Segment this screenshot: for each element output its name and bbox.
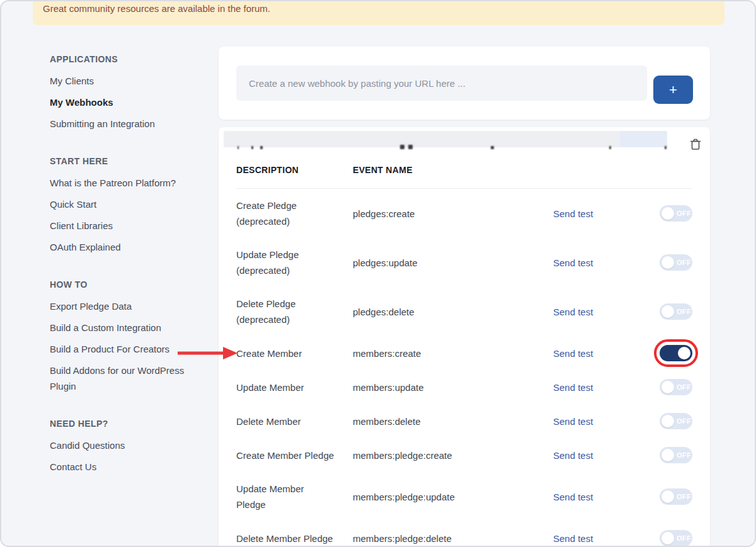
send-test-link[interactable]: Send test [553, 416, 593, 427]
redaction-fragment [408, 145, 413, 149]
sidebar-item-client-libraries[interactable]: Client Libraries [50, 218, 199, 234]
webhook-table-card: DESCRIPTION EVENT NAME Create Pledge (de… [219, 127, 710, 547]
event-toggle[interactable]: OFF [660, 345, 692, 361]
sidebar-item-build-custom-integration[interactable]: Build a Custom Integration [50, 320, 199, 336]
event-toggle[interactable]: OFF [660, 488, 692, 505]
event-description: Delete Pledge (deprecated) [236, 296, 353, 327]
sidebar-item-my-clients[interactable]: My Clients [50, 73, 199, 89]
sidebar-item-submitting-integration[interactable]: Submitting an Integration [50, 116, 199, 132]
sidebar-section-applications: APPLICATIONS My Clients My Webhooks Subm… [50, 52, 199, 132]
toggle-state-label: OFF [677, 259, 691, 266]
page-frame: Great community resources are available … [0, 0, 756, 547]
sidebar-item-my-webhooks[interactable]: My Webhooks [50, 94, 199, 110]
event-name: members:update [353, 380, 553, 395]
event-description: Create Pledge (deprecated) [236, 198, 353, 229]
event-description: Delete Member Pledge [236, 531, 353, 546]
table-row-pledges-update: Update Pledge (deprecated) pledges:updat… [236, 238, 692, 287]
community-banner: Great community resources are available … [33, 0, 724, 25]
table-row-members-delete: Delete Member members:delete Send test O… [236, 404, 692, 438]
toggle-knob [662, 449, 674, 461]
toggle-knob [678, 347, 690, 359]
event-toggle[interactable]: OFF [660, 254, 692, 271]
event-toggle[interactable]: OFF [660, 447, 692, 463]
event-toggle[interactable]: OFF [660, 530, 692, 546]
sidebar-item-candid-questions[interactable]: Candid Questions [50, 437, 199, 453]
toggle-knob [662, 256, 674, 269]
send-test-link[interactable]: Send test [553, 492, 593, 502]
redaction-fragment [665, 146, 667, 149]
webhook-events-table: DESCRIPTION EVENT NAME Create Pledge (de… [219, 157, 710, 547]
toggle-state-label: OFF [677, 534, 691, 542]
toggle-knob [662, 305, 674, 318]
redaction-fragment [491, 146, 494, 149]
docs-sidebar: APPLICATIONS My Clients My Webhooks Subm… [50, 52, 199, 480]
event-description: Delete Member [236, 414, 353, 429]
event-name: pledges:create [353, 206, 553, 222]
send-test-link[interactable]: Send test [553, 348, 593, 359]
sidebar-item-export-pledge-data[interactable]: Export Pledge Data [50, 298, 199, 314]
toggle-state-label: OFF [677, 308, 691, 315]
toggle-state-label: OFF [677, 210, 691, 217]
toggle-knob [662, 381, 674, 393]
event-toggle[interactable]: OFF [660, 413, 692, 429]
event-name: pledges:delete [353, 304, 553, 320]
redacted-webhook-url [224, 131, 667, 147]
toggle-knob [662, 207, 674, 220]
toggle-state-label: OFF [677, 451, 691, 459]
redaction-fragment [609, 146, 611, 149]
redaction-fragment [400, 145, 404, 149]
toggle-knob [662, 415, 674, 427]
sidebar-section-how-to: HOW TO Export Pledge Data Build a Custom… [50, 277, 199, 394]
table-row-members-update: Update Member members:update Send test O… [236, 370, 692, 404]
event-description: Update Member Pledge [236, 481, 353, 512]
webhook-url-input[interactable] [236, 65, 647, 101]
event-description: Create Member Pledge [236, 448, 353, 463]
sidebar-item-what-is-platform[interactable]: What is the Patreon Platform? [50, 175, 199, 191]
banner-text: Great community resources are available … [43, 3, 270, 14]
column-header-event-name: EVENT NAME [353, 165, 553, 175]
create-webhook-card: + [219, 47, 710, 120]
event-toggle[interactable]: OFF [660, 205, 692, 222]
redaction-fragment [260, 146, 263, 149]
send-test-link[interactable]: Send test [553, 382, 593, 393]
sidebar-item-oauth-explained[interactable]: OAuth Explained [50, 239, 199, 255]
redaction-fragment [238, 146, 239, 149]
add-webhook-button[interactable]: + [653, 76, 693, 104]
table-row-pledges-delete: Delete Pledge (deprecated) pledges:delet… [236, 287, 692, 336]
sidebar-section-need-help: NEED HELP? Candid Questions Contact Us [50, 416, 199, 475]
send-test-link[interactable]: Send test [553, 450, 593, 461]
table-row-members-pledge-create: Create Member Pledge members:pledge:crea… [236, 438, 692, 472]
send-test-link[interactable]: Send test [553, 257, 593, 268]
sidebar-item-quick-start[interactable]: Quick Start [50, 196, 199, 212]
send-test-link[interactable]: Send test [553, 307, 593, 317]
event-description: Update Pledge (deprecated) [236, 247, 353, 278]
event-name: members:pledge:create [353, 448, 553, 463]
toggle-state-label: OFF [677, 383, 691, 391]
toggle-state-label: OFF [677, 417, 691, 425]
sidebar-item-build-wordpress-addons[interactable]: Build Addons for our WordPress Plugin [50, 363, 199, 394]
event-name: members:pledge:delete [353, 531, 553, 546]
redacted-webhook-url-highlight [620, 131, 667, 147]
table-row-members-create: Create Member members:create Send test O… [236, 336, 692, 370]
table-row-members-pledge-update: Update Member Pledge members:pledge:upda… [236, 472, 692, 521]
event-name: members:pledge:update [353, 489, 553, 505]
event-name: members:delete [353, 414, 553, 429]
table-header-row: DESCRIPTION EVENT NAME [236, 157, 692, 189]
event-toggle[interactable]: OFF [660, 303, 692, 320]
sidebar-item-build-product-for-creators[interactable]: Build a Product For Creators [50, 341, 199, 357]
toggle-knob [662, 532, 674, 544]
send-test-link[interactable]: Send test [553, 208, 593, 219]
sidebar-section-title: NEED HELP? [50, 416, 199, 432]
table-row-pledges-create: Create Pledge (deprecated) pledges:creat… [236, 189, 692, 238]
sidebar-item-contact-us[interactable]: Contact Us [50, 459, 199, 475]
send-test-link[interactable]: Send test [553, 533, 593, 544]
event-description: Update Member [236, 380, 353, 395]
sidebar-section-title: APPLICATIONS [50, 52, 199, 67]
event-toggle[interactable]: OFF [660, 379, 692, 395]
toggle-knob [662, 490, 674, 503]
delete-webhook-icon[interactable] [690, 138, 701, 150]
sidebar-section-title: START HERE [50, 154, 199, 169]
event-description: Create Member [236, 346, 353, 361]
toggle-state-label: OFF [677, 493, 691, 500]
table-row-members-pledge-delete: Delete Member Pledge members:pledge:dele… [236, 521, 692, 547]
